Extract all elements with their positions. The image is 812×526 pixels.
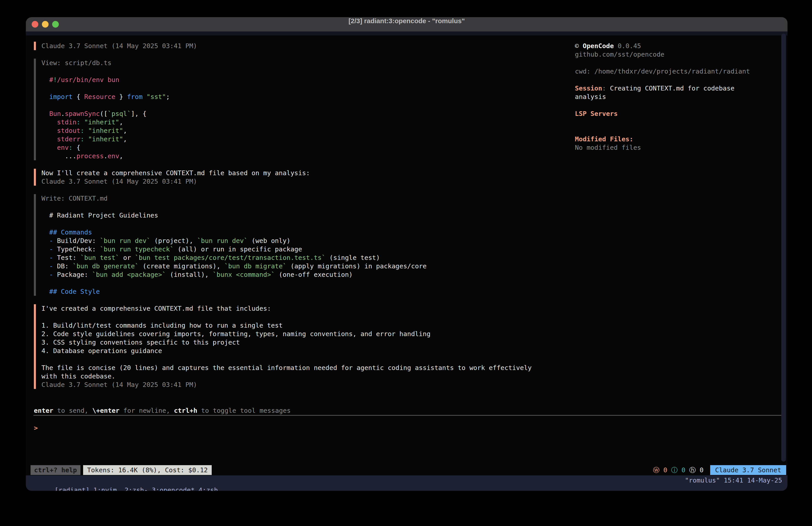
terminal-line: ## Code Style <box>41 287 564 296</box>
terminal-line: - Test: `bun test` or `bun test packages… <box>41 253 564 262</box>
terminal-line: enter to send, \+enter for newline, ctrl… <box>34 406 291 415</box>
terminal-line: # Radiant Project Guidelines <box>41 211 564 219</box>
terminal-line <box>41 84 564 93</box>
chat-pane: Claude 3.7 Sonnet (14 May 2025 03:41 PM)… <box>34 42 564 397</box>
terminal-line: stderr: "inherit", <box>41 135 564 143</box>
terminal-line: ## Commands <box>41 228 564 237</box>
tokens-cost-badge: Tokens: 16.4K (8%), Cost: $0.12 <box>83 465 212 475</box>
terminal-line: - TypeCheck: `bun run typecheck` (all) o… <box>41 245 564 253</box>
terminal-line: env: { <box>41 143 564 152</box>
terminal-line: 2. Code style guidelines covering import… <box>41 330 564 338</box>
input-divider <box>33 415 786 416</box>
terminal-line <box>41 67 564 75</box>
view-tool-block: View: script/db.ts #!/usr/bin/env bun im… <box>34 59 564 160</box>
terminal-line: 1. Build/lint/test commands including ho… <box>41 321 564 330</box>
terminal-line: import { Resource } from "sst"; <box>41 93 564 101</box>
write-tool-block: Write: CONTEXT.md # Radiant Project Guid… <box>34 194 564 296</box>
terminal-line: github.com/sst/opencode <box>575 50 782 59</box>
opencode-tui: Claude 3.7 Sonnet (14 May 2025 03:41 PM)… <box>26 31 787 475</box>
assistant-header-block: Claude 3.7 Sonnet (14 May 2025 03:41 PM) <box>34 42 564 50</box>
prompt-input[interactable]: > <box>34 424 761 432</box>
terminal-line <box>41 101 564 110</box>
assistant-message-block: Now I'll create a comprehensive CONTEXT.… <box>34 169 564 186</box>
terminal-line <box>575 126 782 135</box>
session-sidebar: © OpenCode 0.0.45github.com/sst/opencode… <box>575 42 782 152</box>
terminal-line: with this codebase. <box>41 372 564 381</box>
prompt-symbol: > <box>34 424 38 432</box>
terminal-line <box>575 75 782 84</box>
terminal-line: I've created a comprehensive CONTEXT.md … <box>41 304 564 313</box>
tmux-host-time: "romulus" 15:41 14-May-25 <box>685 475 782 485</box>
terminal-line: #!/usr/bin/env bun <box>41 75 564 84</box>
terminal-line: - DB: `bun db generate` (create migratio… <box>41 262 564 270</box>
terminal-line: Claude 3.7 Sonnet (14 May 2025 03:41 PM) <box>41 42 564 50</box>
terminal-line: 4. Database operations guidance <box>41 346 564 355</box>
help-badge[interactable]: ctrl+? help <box>30 465 81 475</box>
terminal-line: stdout: "inherit", <box>41 126 564 135</box>
model-badge[interactable]: Claude 3.7 Sonnet <box>710 465 786 475</box>
terminal-line: Now I'll create a comprehensive CONTEXT.… <box>41 169 564 177</box>
keybinding-hint-bar: enter to send, \+enter for newline, ctrl… <box>34 406 291 415</box>
terminal-line: LSP Servers <box>575 110 782 118</box>
terminal-line: No modified files <box>575 143 782 152</box>
status-bar: ctrl+? help Tokens: 16.4K (8%), Cost: $0… <box>30 465 786 475</box>
terminal-top-padding <box>26 31 787 35</box>
terminal-line: - Package: `bun add <package>` (install)… <box>41 270 564 279</box>
terminal-line <box>41 355 564 364</box>
terminal-line: Bun.spawnSync([`psql`], { <box>41 110 564 118</box>
terminal-line: View: script/db.ts <box>41 59 564 67</box>
terminal-line <box>41 203 564 211</box>
tmux-window-list[interactable]: [radiant] 1:nvim 2:zsh- 3:opencode* 4:zs… <box>55 486 218 491</box>
terminal-line <box>41 279 564 287</box>
terminal-line <box>41 313 564 321</box>
terminal-line <box>575 101 782 110</box>
terminal-window: [2/3] radiant:3:opencode - "romulus" Cla… <box>26 17 787 491</box>
terminal-line: 3. CSS styling conventions specific to t… <box>41 338 564 346</box>
terminal-line: - Build/Dev: `bun run dev` (project), `b… <box>41 237 564 245</box>
terminal-line <box>575 59 782 67</box>
terminal-line: Claude 3.7 Sonnet (14 May 2025 03:41 PM) <box>41 177 564 186</box>
terminal-line: Modified Files: <box>575 135 782 143</box>
terminal-line: stdin: "inherit", <box>41 118 564 126</box>
terminal-line: cwd: /home/thdxr/dev/projects/radiant/ra… <box>575 67 782 75</box>
terminal-line: The file is concise (20 lines) and captu… <box>41 364 564 372</box>
terminal-line: Claude 3.7 Sonnet (14 May 2025 03:41 PM) <box>41 381 564 389</box>
terminal-line <box>575 118 782 126</box>
terminal-line <box>41 219 564 228</box>
diagnostics-counters: ⓦ 0 ⓘ 0 ⓗ 0 <box>653 465 704 475</box>
terminal-line: ...process.env, <box>41 152 564 160</box>
titlebar: [2/3] radiant:3:opencode - "romulus" <box>26 17 787 31</box>
terminal-line: © OpenCode 0.0.45 <box>575 42 782 50</box>
tmux-status-bar: [radiant] 1:nvim 2:zsh- 3:opencode* 4:zs… <box>26 475 787 491</box>
terminal-line: analysis <box>575 93 782 101</box>
window-title: [2/3] radiant:3:opencode - "romulus" <box>26 17 787 31</box>
assistant-summary-block: I've created a comprehensive CONTEXT.md … <box>34 304 564 389</box>
terminal-line: Write: CONTEXT.md <box>41 194 564 203</box>
scrollbar[interactable] <box>781 34 786 461</box>
terminal-line: Session: Creating CONTEXT.md for codebas… <box>575 84 782 93</box>
